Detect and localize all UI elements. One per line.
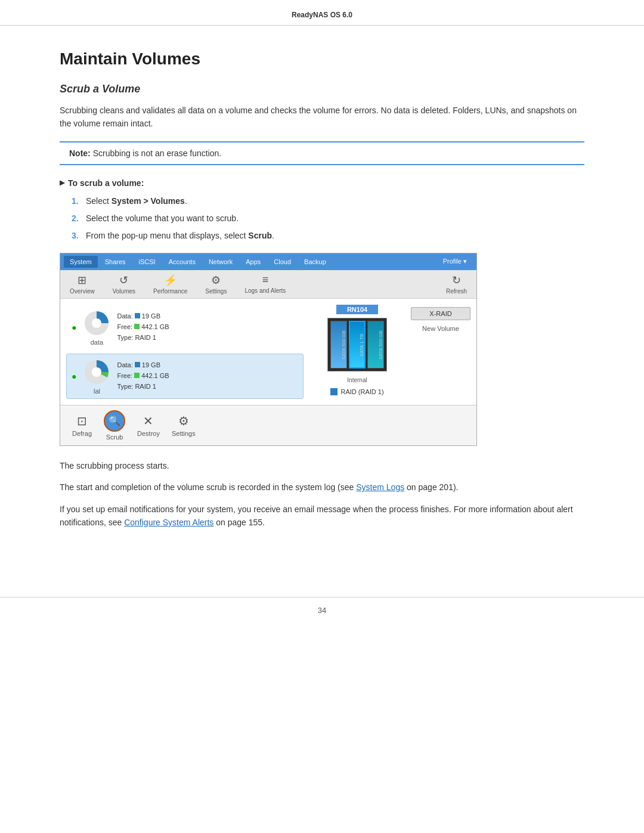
volume-status-icon-lal: ●: [72, 371, 76, 381]
volume-name-data: data: [91, 339, 103, 346]
note-label: Note:: [69, 148, 91, 158]
device-model: RN104: [336, 305, 378, 314]
defrag-button[interactable]: ⊡ Defrag: [72, 414, 92, 437]
page-number: 34: [318, 606, 326, 615]
step-3-text: From the pop-up menu that displays, sele…: [86, 230, 274, 242]
step-2: 2. Select the volume that you want to sc…: [72, 212, 584, 225]
note-box: Note: Scrubbing is not an erase function…: [60, 141, 584, 165]
volume-chart-wrapper-lal: lal: [82, 358, 111, 395]
settings-btn-icon: ⚙: [178, 414, 189, 428]
header-title: ReadyNAS OS 6.0: [292, 11, 352, 19]
raid-label: RAID (RAID 1): [340, 388, 383, 395]
drive-1: SATA 500 GB: [330, 321, 347, 368]
step-3: 3. From the pop-up menu that displays, s…: [72, 230, 584, 242]
nav-accounts[interactable]: Accounts: [163, 256, 202, 268]
configure-alerts-link[interactable]: Configure System Alerts: [124, 518, 213, 527]
nav-bar: System Shares iSCSI Accounts Network App…: [60, 253, 476, 270]
destroy-button[interactable]: ✕ Destroy: [137, 414, 160, 437]
raid-legend: RAID (RAID 1): [330, 388, 383, 395]
scrub-button[interactable]: 🔍 Scrub: [104, 410, 125, 441]
toolbar-settings[interactable]: ⚙ Settings: [205, 274, 227, 295]
drives-container: SATA 500 GB SATA 1 TB SATA 500 GB: [327, 318, 387, 371]
internal-label: Internal: [347, 377, 367, 383]
task-heading: To scrub a volume:: [60, 178, 584, 188]
settings-icon: ⚙: [211, 274, 221, 287]
page-title: Maintain Volumes: [60, 49, 584, 69]
volume-pie-lal: [82, 358, 111, 386]
defrag-icon: ⊡: [77, 414, 87, 428]
section-title: Scrub a Volume: [60, 83, 584, 95]
defrag-label: Defrag: [72, 430, 92, 437]
nav-apps[interactable]: Apps: [240, 256, 267, 268]
drive-3: SATA 500 GB: [367, 321, 384, 368]
destroy-icon: ✕: [143, 414, 153, 428]
toolbar-performance[interactable]: ⚡ Performance: [153, 274, 187, 295]
refresh-label: Refresh: [446, 288, 467, 295]
scrub-circle-icon: 🔍: [104, 410, 125, 432]
device-panel: RN104 SATA 500 GB SATA 1 TB SATA 500 GB …: [309, 305, 405, 399]
page-footer: 34: [0, 597, 644, 623]
volume-info-lal: Data: 19 GB Free: 442.1 GB Type: RAID 1: [117, 360, 169, 392]
toolbar-volumes[interactable]: ↺ Volumes: [113, 274, 135, 295]
scrub-icon-wrapper: 🔍 Scrub: [104, 410, 125, 441]
bottom-toolbar: ⊡ Defrag 🔍 Scrub ✕ Destroy ⚙ Settings: [60, 405, 476, 445]
data-swatch2: [135, 362, 140, 367]
volume-info-data: Data: 19 GB Free: 442.1 GB Type: RAID 1: [117, 311, 169, 343]
note-text: Scrubbing is not an erase function.: [93, 148, 222, 158]
nav-cloud[interactable]: Cloud: [268, 256, 297, 268]
x-raid-button[interactable]: X-RAID: [411, 307, 470, 320]
performance-label: Performance: [153, 288, 187, 295]
logs-label: Logs and Alerts: [244, 287, 286, 294]
toolbar-logs[interactable]: ≡ Logs and Alerts: [244, 274, 286, 294]
overview-icon: ⊞: [78, 274, 86, 287]
logs-icon: ≡: [262, 274, 269, 286]
nav-backup[interactable]: Backup: [298, 256, 332, 268]
intro-text: Scrubbing cleans and validates all data …: [60, 104, 584, 131]
post-text-3: If you set up email notifications for yo…: [60, 503, 584, 529]
free-swatch: [134, 324, 140, 329]
volume-name-lal: lal: [94, 388, 100, 395]
volume-status-icon-data: ●: [72, 323, 76, 332]
step-1: 1. Select System > Volumes.: [72, 195, 584, 208]
scrub-label: Scrub: [106, 433, 123, 441]
screenshot: System Shares iSCSI Accounts Network App…: [60, 253, 477, 446]
instruction-block: To scrub a volume: 1. Select System > Vo…: [60, 178, 584, 242]
right-panel: X-RAID New Volume: [411, 305, 470, 399]
post-text-1: The scrubbing process starts.: [60, 459, 584, 472]
steps-list: 1. Select System > Volumes. 2. Select th…: [72, 195, 584, 242]
svg-point-1: [92, 318, 101, 328]
toolbar-overview[interactable]: ⊞ Overview: [70, 274, 95, 295]
settings-btn[interactable]: ⚙ Settings: [172, 414, 196, 437]
destroy-label: Destroy: [137, 430, 160, 437]
settings-label: Settings: [205, 288, 227, 295]
system-logs-link[interactable]: System Logs: [356, 482, 404, 492]
free-swatch2: [134, 373, 140, 378]
data-swatch: [135, 313, 140, 318]
page-header: ReadyNAS OS 6.0: [0, 0, 644, 26]
performance-icon: ⚡: [164, 274, 177, 287]
new-volume-button[interactable]: New Volume: [411, 324, 470, 333]
volume-row-lal[interactable]: ● lal Data: 19 GB Free: 442.1 GB: [66, 354, 304, 399]
step-1-text: Select System > Volumes.: [86, 195, 187, 208]
step-2-text: Select the volume that you want to scrub…: [86, 212, 239, 225]
step-num-3: 3.: [72, 230, 82, 242]
nav-iscsi[interactable]: iSCSI: [133, 256, 162, 268]
volumes-panel: ● data Data: 19 GB Free: 442.1 GB Type: …: [66, 305, 304, 399]
toolbar: ⊞ Overview ↺ Volumes ⚡ Performance ⚙ Set…: [60, 270, 476, 299]
toolbar-refresh[interactable]: ↻ Refresh: [446, 274, 467, 295]
refresh-icon: ↻: [452, 274, 461, 287]
volumes-label: Volumes: [113, 288, 135, 295]
volume-row-data[interactable]: ● data Data: 19 GB Free: 442.1 GB Type: …: [66, 305, 304, 350]
post-text-2: The start and completion of the volume s…: [60, 481, 584, 494]
step-num-1: 1.: [72, 195, 82, 208]
nav-shares[interactable]: Shares: [99, 256, 132, 268]
overview-label: Overview: [70, 288, 95, 295]
settings-btn-label: Settings: [172, 430, 196, 437]
nav-system[interactable]: System: [64, 256, 98, 268]
svg-point-3: [92, 367, 101, 377]
nav-profile[interactable]: Profile ▾: [437, 255, 473, 268]
nav-network[interactable]: Network: [203, 256, 239, 268]
main-area: ● data Data: 19 GB Free: 442.1 GB Type: …: [60, 299, 476, 405]
volume-chart-wrapper-data: data: [82, 309, 111, 346]
raid-swatch: [330, 388, 338, 395]
